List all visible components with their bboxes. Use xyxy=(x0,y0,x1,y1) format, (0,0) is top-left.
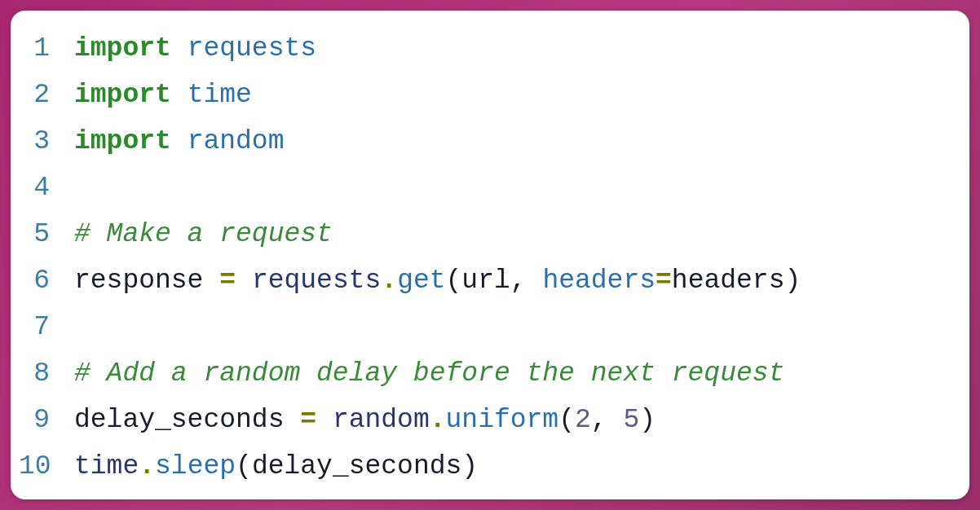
token xyxy=(171,80,188,110)
token: headers xyxy=(672,266,785,296)
code-content: delay_seconds = random.uniform(2, 5) xyxy=(74,397,950,443)
token: . xyxy=(381,266,397,296)
token: # Add a random delay before the next req… xyxy=(74,358,784,389)
token: ) xyxy=(461,451,478,481)
token: requests xyxy=(188,33,316,64)
token: delay_seconds xyxy=(74,405,284,435)
code-content: time.sleep(delay_seconds) xyxy=(74,443,950,490)
line-number: 8 xyxy=(19,350,74,397)
token xyxy=(236,266,252,296)
token: sleep xyxy=(155,451,236,481)
code-line: 10time.sleep(delay_seconds) xyxy=(19,443,950,490)
token: 2 xyxy=(575,405,591,435)
token xyxy=(171,33,188,64)
token: requests xyxy=(252,266,381,296)
token: random xyxy=(333,405,430,435)
code-line: 5# Make a request xyxy=(19,211,950,257)
token: ( xyxy=(558,405,575,435)
code-content: response = requests.get(url, headers=hea… xyxy=(74,257,950,304)
line-number: 9 xyxy=(19,397,74,443)
code-content: # Add a random delay before the next req… xyxy=(74,350,950,397)
code-content xyxy=(74,165,950,211)
token: uniform xyxy=(446,405,559,435)
token: time xyxy=(188,80,252,110)
token: ( xyxy=(446,266,462,296)
token: get xyxy=(397,266,445,296)
code-content: import random xyxy=(74,118,950,165)
code-line: 6response = requests.get(url, headers=he… xyxy=(19,257,950,304)
token xyxy=(284,405,300,435)
line-number: 2 xyxy=(19,72,74,118)
code-content: import time xyxy=(74,72,950,118)
line-number: 6 xyxy=(19,257,74,304)
code-card: 1import requests2import time3import rand… xyxy=(11,11,969,499)
token: ) xyxy=(784,266,801,296)
code-line: 3import random xyxy=(19,118,950,165)
token: = xyxy=(656,266,672,296)
token xyxy=(171,126,188,156)
token: time xyxy=(74,451,139,481)
line-number: 7 xyxy=(19,304,74,350)
token: import xyxy=(74,33,171,64)
token: 5 xyxy=(623,405,639,435)
token: response xyxy=(74,266,203,296)
code-line: 9delay_seconds = random.uniform(2, 5) xyxy=(19,397,950,443)
code-content: # Make a request xyxy=(74,211,950,257)
line-number: 1 xyxy=(19,25,74,72)
code-content xyxy=(74,304,950,350)
token: random xyxy=(188,126,285,156)
code-content: import requests xyxy=(74,25,950,72)
token xyxy=(203,266,219,296)
token: = xyxy=(300,405,316,435)
code-line: 4 xyxy=(19,165,950,211)
line-number: 4 xyxy=(19,165,74,211)
token: ( xyxy=(236,451,252,481)
token: import xyxy=(74,126,171,156)
token: # Make a request xyxy=(74,219,333,249)
token: delay_seconds xyxy=(252,451,461,481)
code-line: 8# Add a random delay before the next re… xyxy=(19,350,950,397)
token: . xyxy=(139,451,155,481)
token: import xyxy=(74,80,171,110)
token: . xyxy=(430,405,446,435)
token: url xyxy=(461,266,510,296)
code-line: 1import requests xyxy=(19,25,950,72)
line-number: 5 xyxy=(19,211,74,257)
code-line: 7 xyxy=(19,304,950,350)
line-number: 10 xyxy=(19,443,74,490)
token: , xyxy=(591,405,624,435)
token: headers xyxy=(542,266,656,296)
token: = xyxy=(219,266,236,296)
code-block: 1import requests2import time3import rand… xyxy=(19,25,950,490)
line-number: 3 xyxy=(19,118,74,165)
token xyxy=(316,405,333,435)
token: ) xyxy=(639,405,656,435)
code-line: 2import time xyxy=(19,72,950,118)
token: , xyxy=(510,266,543,296)
